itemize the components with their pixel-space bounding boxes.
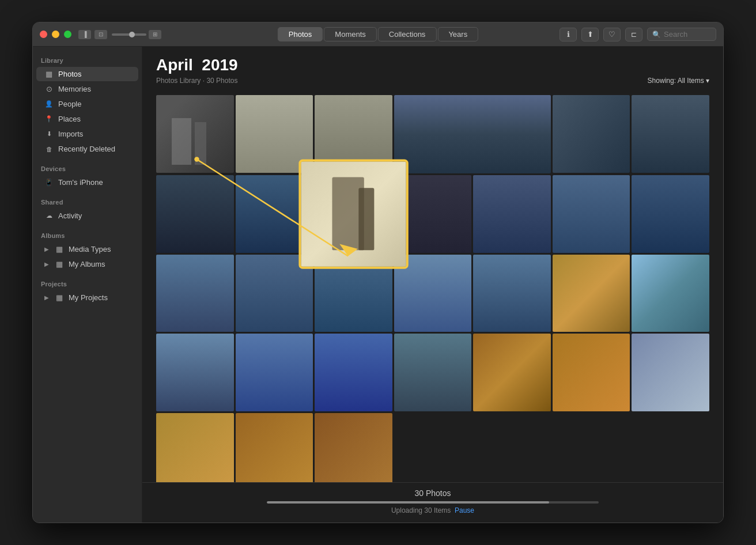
photo-cell-11[interactable] xyxy=(553,175,630,253)
photo-cell-10[interactable] xyxy=(473,175,551,253)
tab-collections[interactable]: Collections xyxy=(378,27,437,41)
sidebar-item-memories-label: Memories xyxy=(58,85,91,93)
pause-link[interactable]: Pause xyxy=(455,506,474,514)
memories-icon: ⊙ xyxy=(44,85,54,93)
my-projects-icon: ▦ xyxy=(55,293,64,302)
main-layout: Library ▦ Photos ⊙ Memories 👤 People 📍 P… xyxy=(33,47,723,523)
projects-section-label: Projects xyxy=(33,277,142,290)
page-title: April 2019 xyxy=(156,56,709,74)
activity-icon: ☁ xyxy=(44,212,54,219)
sidebar-item-toms-iphone[interactable]: 📱 Tom's iPhone xyxy=(36,175,138,190)
photo-cell-1[interactable] xyxy=(156,95,234,173)
progress-bar-track xyxy=(267,501,599,504)
sidebar-item-my-albums[interactable]: ▶ ▦ My Albums xyxy=(36,257,138,271)
photo-cell-26[interactable] xyxy=(632,334,709,411)
photo-cell-23[interactable] xyxy=(394,334,472,411)
sidebar-item-places-label: Places xyxy=(58,115,81,123)
photo-cell-22[interactable] xyxy=(315,334,392,411)
maximize-button[interactable] xyxy=(64,31,71,38)
sidebar-item-media-types[interactable]: ▶ ▦ Media Types xyxy=(36,242,138,256)
sidebar-item-people[interactable]: 👤 People xyxy=(36,97,138,111)
albums-section-label: Albums xyxy=(33,229,142,241)
titlebar-controls: ▐ ⊡ xyxy=(78,30,107,39)
year-label: 2019 xyxy=(202,56,237,74)
sidebar-item-my-albums-label: My Albums xyxy=(69,260,105,268)
progress-bar-fill xyxy=(267,501,549,504)
tab-moments[interactable]: Moments xyxy=(324,27,376,41)
sidebar-item-activity[interactable]: ☁ Activity xyxy=(36,209,138,223)
sidebar-item-imports[interactable]: ⬇ Imports xyxy=(36,127,138,141)
expand-my-projects-icon: ▶ xyxy=(44,294,49,301)
expand-media-types-icon: ▶ xyxy=(44,246,49,252)
trash-icon: 🗑 xyxy=(44,146,54,153)
search-input[interactable] xyxy=(664,30,710,39)
photo-cell-20[interactable] xyxy=(156,334,234,411)
photos-icon: ▦ xyxy=(44,70,54,78)
photo-cell-19[interactable] xyxy=(632,255,709,332)
photo-cell-21[interactable] xyxy=(236,334,313,411)
favorite-button[interactable]: ♡ xyxy=(603,28,621,41)
showing-dropdown[interactable]: Showing: All Items xyxy=(648,77,709,85)
sidebar-item-iphone-label: Tom's iPhone xyxy=(58,178,103,187)
sidebar-item-recently-deleted-label: Recently Deleted xyxy=(58,145,115,153)
zoom-slider[interactable] xyxy=(112,33,146,36)
sidebar-item-people-label: People xyxy=(58,100,81,108)
imports-icon: ⬇ xyxy=(44,130,54,138)
photo-cell-13[interactable] xyxy=(156,255,234,332)
photo-cell-2[interactable] xyxy=(236,95,313,173)
shared-section-label: Shared xyxy=(33,195,142,208)
devices-section-label: Devices xyxy=(33,162,142,175)
photo-cell-highlighted[interactable] xyxy=(301,162,406,267)
titlebar-action-btn[interactable]: ⊡ xyxy=(94,30,107,39)
sidebar-item-photos-label: Photos xyxy=(58,70,81,78)
minimize-button[interactable] xyxy=(52,31,59,38)
month-label: April xyxy=(156,56,193,74)
titlebar-right: ℹ ⬆ ♡ ⊏ 🔍 xyxy=(560,28,716,41)
photo-cell-6[interactable] xyxy=(632,95,709,173)
sidebar-item-activity-label: Activity xyxy=(58,211,82,220)
photo-cell-24[interactable] xyxy=(473,334,551,411)
sidebar-item-memories[interactable]: ⊙ Memories xyxy=(36,82,138,96)
places-icon: 📍 xyxy=(44,115,54,123)
photo-cell-12[interactable] xyxy=(632,175,709,253)
my-albums-icon: ▦ xyxy=(55,260,64,268)
photo-cell-28[interactable] xyxy=(236,413,313,482)
photo-cell-17[interactable] xyxy=(473,255,551,332)
info-button[interactable]: ℹ xyxy=(560,28,577,41)
search-icon: 🔍 xyxy=(652,31,661,39)
main-window: ▐ ⊡ ⊞ Photos Moments Collections Years ℹ xyxy=(32,22,724,523)
titlebar: ▐ ⊡ ⊞ Photos Moments Collections Years ℹ xyxy=(33,22,723,47)
sidebar-item-places[interactable]: 📍 Places xyxy=(36,112,138,126)
iphone-icon: 📱 xyxy=(44,179,54,186)
grid-view-btn[interactable]: ⊞ xyxy=(149,30,161,39)
photo-cell-18[interactable] xyxy=(553,255,630,332)
share-button[interactable]: ⬆ xyxy=(581,28,599,41)
rotate-button[interactable]: ⊏ xyxy=(625,28,642,41)
sidebar-item-photos[interactable]: ▦ Photos xyxy=(36,67,138,81)
photo-cell-5[interactable] xyxy=(553,95,630,173)
sidebar-item-recently-deleted[interactable]: 🗑 Recently Deleted xyxy=(36,142,138,156)
photo-grid xyxy=(156,95,709,482)
media-types-icon: ▦ xyxy=(55,245,64,253)
photo-cell-29[interactable] xyxy=(315,413,392,482)
photo-cell-3[interactable] xyxy=(315,95,392,173)
search-box[interactable]: 🔍 xyxy=(647,28,716,41)
nav-tabs: Photos Moments Collections Years xyxy=(278,27,478,41)
sidebar-item-media-types-label: Media Types xyxy=(69,245,111,253)
traffic-lights xyxy=(40,31,71,38)
photo-grid-container xyxy=(142,90,723,482)
photo-cell-27[interactable] xyxy=(156,413,234,482)
sidebar-toggle[interactable]: ▐ xyxy=(78,30,91,39)
people-icon: 👤 xyxy=(44,100,54,108)
photo-cell-25[interactable] xyxy=(553,334,630,411)
sidebar-item-my-projects[interactable]: ▶ ▦ My Projects xyxy=(36,290,138,305)
upload-progress: Uploading 30 Items Pause xyxy=(267,501,599,514)
content-header: April 2019 Photos Library · 30 Photos Sh… xyxy=(142,47,723,90)
close-button[interactable] xyxy=(40,31,47,38)
tab-years[interactable]: Years xyxy=(437,27,478,41)
sidebar-item-imports-label: Imports xyxy=(58,130,83,138)
photo-cell-7[interactable] xyxy=(156,175,234,253)
tab-photos[interactable]: Photos xyxy=(278,27,323,41)
photo-cell-4[interactable] xyxy=(394,95,551,173)
content-subtitle: Photos Library · 30 Photos Showing: All … xyxy=(156,77,709,85)
